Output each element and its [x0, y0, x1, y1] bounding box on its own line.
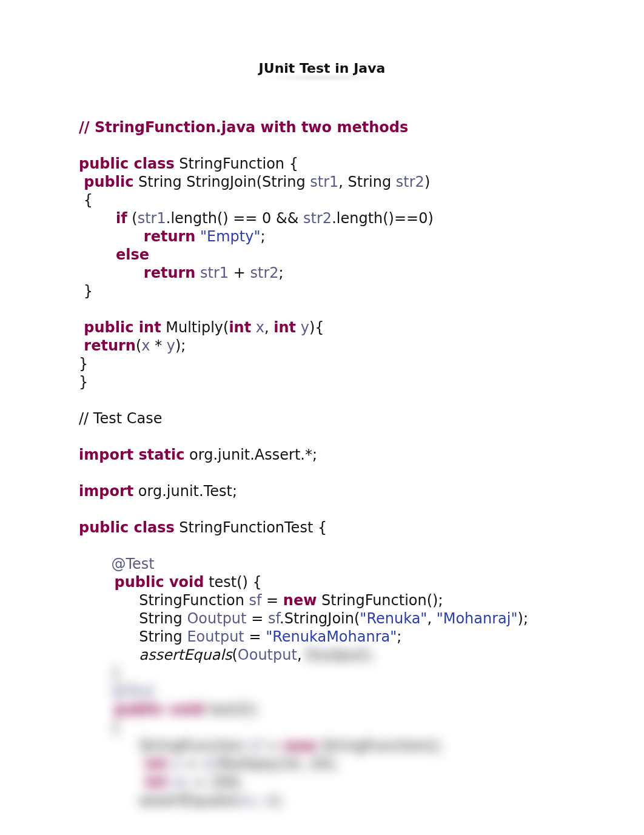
annotation: @Test: [79, 555, 155, 572]
kw: int: [273, 319, 296, 336]
kw: public class: [79, 519, 175, 536]
txt: ;: [279, 264, 284, 281]
var: str1: [138, 210, 166, 227]
var: ex: [172, 774, 189, 791]
txt: {: [79, 719, 121, 736]
indent: [79, 264, 144, 281]
txt: StringFunction();: [317, 592, 443, 609]
txt: (: [127, 210, 138, 227]
var: str2: [396, 173, 424, 190]
txt: = 200;: [189, 774, 243, 791]
fn: assertEquals: [139, 646, 232, 663]
kw: public class: [79, 155, 175, 172]
var: y: [301, 319, 309, 336]
annotation: @Test: [79, 683, 155, 700]
kw: if: [116, 210, 127, 227]
var: str1: [200, 264, 229, 281]
txt: =: [247, 610, 268, 627]
var: sf: [249, 737, 262, 754]
txt: StringFunctionTest {: [175, 519, 327, 536]
kw: else: [116, 246, 149, 263]
var: str1: [310, 173, 338, 190]
indent: [79, 228, 144, 245]
kw: int: [229, 319, 251, 336]
txt: +: [229, 264, 250, 281]
txt: );: [273, 792, 283, 809]
txt: ){: [309, 319, 324, 336]
txt: [296, 319, 301, 336]
txt: );: [175, 337, 186, 354]
var: ex: [238, 792, 255, 809]
title-text: JUnit Test in Java: [259, 61, 386, 76]
kw: return: [144, 228, 196, 245]
txt: StringFunction: [79, 737, 249, 754]
txt: (: [232, 646, 237, 663]
indent: [79, 246, 116, 263]
var: Ooutput: [187, 610, 246, 627]
var: o: [172, 756, 181, 773]
txt: [167, 774, 172, 791]
page-title: JUnit Test in Java: [259, 61, 386, 76]
txt: }: [79, 374, 88, 391]
txt: test2(): [204, 701, 258, 718]
txt: .length()==0): [332, 210, 434, 227]
str: "Empty": [195, 228, 260, 245]
txt: }: [79, 283, 93, 300]
txt: org.junit.Test;: [133, 483, 237, 500]
txt: [167, 756, 172, 773]
txt: StringFunction {: [175, 155, 298, 172]
var: o: [264, 792, 273, 809]
kw: import: [79, 483, 133, 500]
var: str2: [250, 264, 278, 281]
kw: new: [283, 737, 317, 754]
txt: ,: [297, 646, 302, 663]
var: y: [167, 337, 175, 354]
txt: *: [150, 337, 167, 354]
txt: =: [261, 737, 283, 754]
comment-line: // Test Case: [79, 410, 162, 427]
txt: );: [518, 610, 528, 627]
kw: import static: [79, 446, 184, 463]
document-page: JUnit Test in Java // StringFunction.jav…: [0, 0, 644, 835]
txt: , String: [338, 173, 396, 190]
comment-line: // StringFunction.java with two methods: [79, 119, 408, 136]
txt: ): [424, 173, 430, 190]
var: Eoutput: [187, 628, 244, 645]
txt: ,: [255, 792, 264, 809]
str: "Renuka": [360, 610, 427, 627]
title-shadow-icon: [259, 75, 386, 81]
txt: {: [79, 192, 93, 209]
txt: }: [79, 355, 88, 372]
txt: StringFunction: [79, 592, 249, 609]
txt: =: [181, 756, 202, 773]
kw: public void: [79, 574, 204, 591]
txt: assertEquals(: [79, 792, 238, 809]
kw: return: [144, 264, 196, 281]
kw: public void: [79, 701, 204, 718]
kw: int: [79, 774, 167, 791]
txt: test() {: [204, 574, 262, 591]
txt: [195, 264, 200, 281]
txt: =: [261, 592, 283, 609]
kw: public: [79, 173, 133, 190]
title-container: JUnit Test in Java: [79, 61, 565, 76]
txt: .length() == 0 &&: [166, 210, 303, 227]
txt: (: [136, 337, 141, 354]
blurred-region: Eoutput);: [302, 646, 374, 663]
indent: [79, 210, 116, 227]
txt: ,: [264, 319, 273, 336]
txt: .Multiply(10, 20);: [213, 756, 338, 773]
txt: ,: [427, 610, 436, 627]
txt: ;: [397, 628, 401, 645]
txt: =: [244, 628, 266, 645]
str: "Mohanraj": [437, 610, 518, 627]
txt: }: [79, 665, 121, 682]
var: Ooutput: [238, 646, 297, 663]
var: sf: [268, 610, 280, 627]
txt: Multiply(: [161, 319, 229, 336]
txt: String: [79, 628, 187, 645]
str: "RenukaMohanra": [266, 628, 397, 645]
txt: String StringJoin(String: [133, 173, 310, 190]
var: sf: [249, 592, 262, 609]
kw: return: [79, 337, 136, 354]
